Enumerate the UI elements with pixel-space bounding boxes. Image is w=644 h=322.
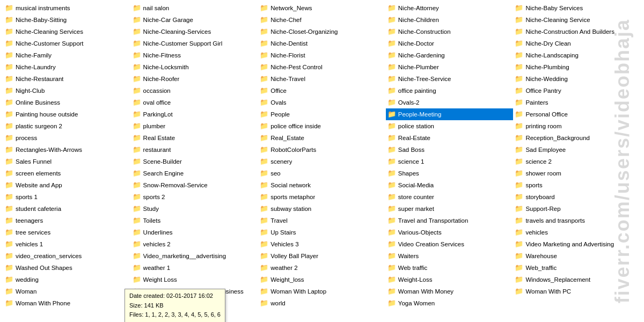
folder-item[interactable]: sports 2 (131, 191, 259, 203)
folder-item[interactable]: Underlines (131, 226, 259, 238)
folder-item[interactable]: Niche-Closet-Organizing (258, 26, 386, 38)
folder-item[interactable]: occassion (131, 85, 259, 97)
folder-item[interactable]: nail salon (131, 2, 259, 14)
folder-item[interactable]: shower room (513, 167, 641, 179)
folder-item[interactable]: sports 1 (3, 191, 131, 203)
folder-item[interactable]: Niche-Construction And Builders (513, 26, 641, 38)
folder-item[interactable]: Woman With Money (386, 286, 514, 297)
folder-item[interactable]: Niche-Baby Services (513, 2, 641, 14)
folder-item[interactable]: Niche-Wedding (513, 73, 641, 85)
folder-item[interactable]: Niche-Restaurant (3, 73, 131, 85)
folder-item[interactable]: Sad Employee (513, 144, 641, 156)
folder-item[interactable]: Network_News (258, 2, 386, 14)
folder-item[interactable]: science 2 (513, 156, 641, 167)
folder-item[interactable]: Warehouse (513, 250, 641, 262)
folder-item[interactable]: Video Creation Services (386, 238, 514, 250)
folder-item[interactable]: Web traffic (386, 262, 514, 274)
folder-item[interactable]: science 1 (386, 156, 514, 167)
folder-item[interactable]: Niche-Locksmith (131, 61, 259, 73)
folder-item[interactable]: Office Pantry (513, 85, 641, 97)
folder-item[interactable]: process (3, 132, 131, 144)
folder-item[interactable]: world (258, 297, 386, 309)
folder-item[interactable]: Niche-Cleaning-Services (131, 26, 259, 38)
folder-item[interactable]: weather 1 (131, 262, 259, 274)
folder-item[interactable]: Painting house outside (3, 108, 131, 120)
folder-item[interactable]: Real_Estate (258, 132, 386, 144)
folder-item[interactable]: Niche-Travel (258, 73, 386, 85)
folder-item[interactable]: office painting (386, 85, 514, 97)
folder-item[interactable]: printing room (513, 120, 641, 132)
folder-item[interactable]: vehicles 2 (131, 238, 259, 250)
folder-item[interactable]: Washed Out Shapes (3, 262, 131, 274)
folder-item[interactable]: Niche-Dentist (258, 38, 386, 49)
folder-item[interactable]: Real Estate (131, 132, 259, 144)
folder-item[interactable]: Support-Rep (513, 203, 641, 215)
folder-item[interactable]: Web_traffic (513, 262, 641, 274)
folder-item[interactable]: storyboard (513, 191, 641, 203)
folder-item[interactable]: Snow-Removal-Service (131, 179, 259, 191)
folder-item[interactable]: screen elements (3, 167, 131, 179)
folder-item[interactable]: Rectangles-With-Arrows (3, 144, 131, 156)
folder-item[interactable]: police office inside (258, 120, 386, 132)
folder-item[interactable]: Toilets (131, 215, 259, 226)
folder-item[interactable]: vehicles 1 (3, 238, 131, 250)
folder-item[interactable]: Ovals (258, 97, 386, 108)
folder-item[interactable]: Vehicles 3 (258, 238, 386, 250)
folder-item[interactable]: Niche-Customer Support Girl (131, 38, 259, 49)
folder-item[interactable]: oval office (131, 97, 259, 108)
folder-item[interactable]: sports metaphor (258, 191, 386, 203)
folder-item[interactable]: Weight-Loss (386, 274, 514, 286)
folder-item[interactable]: Niche-Cleaning Service (513, 14, 641, 26)
folder-item[interactable]: police station (386, 120, 514, 132)
folder-item[interactable]: Niche-Florist (258, 49, 386, 61)
folder-item[interactable]: vehicles (513, 226, 641, 238)
folder-item[interactable]: Weight Loss (131, 274, 259, 286)
folder-item[interactable]: subway station (258, 203, 386, 215)
folder-item[interactable]: super market (386, 203, 514, 215)
folder-item[interactable]: Niche-Children (386, 14, 514, 26)
folder-item[interactable]: Niche-Dry Clean (513, 38, 641, 49)
folder-item[interactable]: Office (258, 85, 386, 97)
folder-item[interactable]: Sales Funnel (3, 156, 131, 167)
folder-item[interactable]: Various-Objects (386, 226, 514, 238)
folder-item[interactable]: student cafeteria (3, 203, 131, 215)
folder-item[interactable]: teenagers (3, 215, 131, 226)
folder-item[interactable]: Sad Boss (386, 144, 514, 156)
folder-item[interactable]: Niche-Doctor (386, 38, 514, 49)
folder-item[interactable]: Woman With Phone (3, 297, 131, 309)
folder-item[interactable]: Reception_Background (513, 132, 641, 144)
folder-item[interactable]: Niche-Pest Control (258, 61, 386, 73)
folder-item[interactable]: plumber (131, 120, 259, 132)
folder-item[interactable]: Online Business (3, 97, 131, 108)
folder-item[interactable]: Niche-Cleaning Services (3, 26, 131, 38)
folder-item[interactable]: Social network (258, 179, 386, 191)
folder-item[interactable]: Niche-Gardening (386, 49, 514, 61)
folder-item[interactable]: Woman (3, 286, 131, 297)
folder-item[interactable]: Personal Office (513, 108, 641, 120)
folder-item[interactable]: Niche-Car Garage (131, 14, 259, 26)
folder-item[interactable]: Website and App (3, 179, 131, 191)
folder-item[interactable]: Real-Estate (386, 132, 514, 144)
folder-item[interactable]: Niche-Roofer (131, 73, 259, 85)
folder-item[interactable]: Travel and Transportation (386, 215, 514, 226)
folder-item[interactable]: Niche-Construction (386, 26, 514, 38)
folder-item[interactable]: Niche-Landscaping (513, 49, 641, 61)
folder-item[interactable]: Woman With PC (513, 286, 641, 297)
folder-item[interactable]: People (258, 108, 386, 120)
folder-item[interactable]: Niche-Laundry (3, 61, 131, 73)
folder-item[interactable]: Niche-Customer Support (3, 38, 131, 49)
folder-item[interactable]: scenery (258, 156, 386, 167)
folder-item[interactable]: Video_marketing__advertising (131, 250, 259, 262)
folder-item[interactable]: Night-Club (3, 85, 131, 97)
folder-item[interactable]: Travel (258, 215, 386, 226)
folder-item[interactable]: travels and trasnports (513, 215, 641, 226)
folder-item[interactable]: Windows_Replacement (513, 274, 641, 286)
folder-item[interactable]: Search Engine (131, 167, 259, 179)
folder-item[interactable]: Niche-Fitness (131, 49, 259, 61)
folder-item[interactable]: Niche-Plumbing (513, 61, 641, 73)
folder-item[interactable]: Waiters (386, 250, 514, 262)
folder-item[interactable]: ParkingLot (131, 108, 259, 120)
folder-item[interactable]: Woman With Laptop (258, 286, 386, 297)
folder-item[interactable]: Weight_loss (258, 274, 386, 286)
folder-item[interactable]: Yoga Women (386, 297, 514, 309)
